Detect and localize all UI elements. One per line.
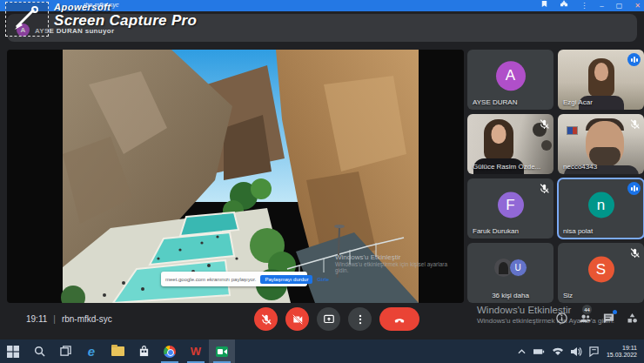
call-controls	[254, 307, 419, 331]
taskbar-date: 15.03.2022	[607, 352, 637, 359]
participants-panel-icon[interactable]: 44	[579, 312, 592, 325]
inner-watermark-line3: gidin.	[335, 267, 457, 273]
video-face	[491, 124, 506, 144]
apowersoft-watermark: Apowersoft Screen Capture Pro	[5, 2, 197, 37]
participant-name: AYSE DURAN	[473, 98, 517, 106]
meet-panel-icons: 44	[555, 312, 639, 325]
bookmark-icon[interactable]	[540, 0, 548, 11]
stop-sharing-button[interactable]: Paylaşmayı durdur	[260, 275, 312, 284]
meet-bottom-bar: 19:11 | rbn-mfkd-syc Windows'u Etkinleşt…	[0, 303, 644, 339]
participant-name: necco4343	[563, 163, 597, 171]
tray-chevron-icon[interactable]	[518, 349, 526, 354]
participant-name: Faruk Durukan	[473, 227, 519, 235]
activities-icon[interactable]	[626, 312, 639, 325]
participants-grid: A AYSE DURAN Ezgi Acar Gülüce Rasim Özde…	[467, 50, 644, 305]
video-decor	[567, 126, 578, 135]
scissors-pen-icon	[11, 6, 43, 34]
overflow-avatar-letter: U	[509, 259, 527, 277]
activate-windows-watermark-inner: Windows'u Etkinleştir Windows'u etkinleş…	[335, 253, 457, 273]
overflow-avatars: U	[494, 259, 527, 278]
avatar: S	[588, 256, 614, 282]
apowersoft-product: Screen Capture Pro	[54, 12, 197, 30]
video-face	[594, 63, 608, 81]
mic-off-icon	[629, 118, 641, 129]
participant-tile-gulce-rasim[interactable]: Gülüce Rasim Özde...	[467, 114, 553, 174]
participant-tile-self[interactable]: S Siz	[558, 243, 644, 303]
apowersoft-brand: Apowersoft	[54, 2, 197, 12]
taskbar-clock[interactable]: 19:11 15.03.2022	[607, 345, 637, 359]
participant-tile-ezgi-acar[interactable]: Ezgi Acar	[558, 50, 644, 110]
chrome-icon[interactable]	[157, 339, 183, 363]
participant-tile-faruk-durukan[interactable]: F Faruk Durukan	[467, 178, 553, 239]
chat-panel-icon[interactable]	[602, 312, 615, 325]
desktop-screen: rbn-mfkd-syc ⋮ – ▢ ✕ A AYSE DURAN sunuyo…	[0, 0, 644, 363]
mic-toggle-button[interactable]	[254, 307, 278, 331]
share-message: meet.google.com ekranınızı paylaşıyor.	[165, 277, 256, 282]
file-explorer-icon[interactable]	[104, 339, 131, 363]
browser-menu-icon[interactable]: ⋮	[580, 0, 587, 11]
clock-time: 19:11	[26, 314, 47, 324]
wps-office-icon[interactable]: W	[183, 339, 209, 363]
hide-link[interactable]: Gizle	[317, 277, 329, 282]
participant-name: Gülüce Rasim Özde...	[473, 163, 540, 171]
speaking-indicator-icon	[627, 182, 641, 195]
window-controls: ⋮ – ▢ ✕	[540, 0, 641, 11]
participant-tile-overflow[interactable]: U 36 kişi daha	[467, 243, 553, 303]
wifi-icon[interactable]	[553, 347, 563, 355]
chrome-share-notification: meet.google.com ekranınızı paylaşıyor. P…	[161, 272, 307, 286]
participant-name: Ezgi Acar	[563, 98, 593, 106]
edge-icon[interactable]: e	[78, 339, 104, 363]
mic-off-icon	[539, 182, 550, 193]
meeting-info: 19:11 | rbn-mfkd-syc	[26, 314, 112, 324]
minimize-button[interactable]: –	[600, 0, 603, 11]
video-decor	[541, 140, 552, 151]
participant-name: Siz	[563, 292, 573, 299]
taskbar-time: 19:11	[607, 345, 637, 352]
task-view-icon[interactable]	[52, 339, 78, 363]
mic-off-icon	[629, 246, 641, 258]
extensions-icon[interactable]	[560, 0, 568, 11]
system-tray: 19:11 15.03.2022	[518, 345, 644, 359]
start-button[interactable]	[0, 339, 26, 363]
camera-toggle-button[interactable]	[285, 307, 309, 331]
google-meet-icon[interactable]	[209, 339, 235, 363]
mic-off-icon	[539, 118, 550, 129]
volume-icon[interactable]	[571, 347, 581, 356]
action-center-icon[interactable]	[589, 346, 599, 356]
participant-count-badge: 44	[582, 305, 592, 314]
search-icon[interactable]	[26, 339, 52, 363]
windows-taskbar: e W 19:11 15.03.2022	[0, 339, 644, 363]
overflow-count-label: 36 kişi daha	[467, 292, 553, 299]
battery-icon[interactable]	[533, 348, 545, 355]
participant-tile-ayse-duran[interactable]: A AYSE DURAN	[467, 50, 553, 110]
close-button[interactable]: ✕	[634, 0, 641, 11]
participant-name: nisa polat	[563, 227, 593, 235]
meeting-code: rbn-mfkd-syc	[62, 314, 112, 324]
separator: |	[53, 314, 56, 324]
apowersoft-text-block: Apowersoft Screen Capture Pro	[54, 2, 197, 37]
more-options-button[interactable]	[348, 307, 372, 331]
participant-tile-nisa-polat[interactable]: n nisa polat	[558, 178, 644, 239]
present-button[interactable]	[317, 307, 340, 331]
maximize-button[interactable]: ▢	[616, 0, 623, 11]
meeting-details-icon[interactable]	[555, 312, 568, 325]
chat-notification-dot	[613, 310, 617, 314]
inner-watermark-line2: Windows'u etkinleştirmek için kişisel ay…	[335, 261, 457, 267]
end-call-button[interactable]	[379, 307, 419, 331]
avatar: A	[496, 61, 526, 91]
speaking-indicator-icon	[627, 53, 641, 66]
shared-screen-stage: Windows'u Etkinleştir Windows'u etkinleş…	[7, 50, 464, 303]
inner-watermark-title: Windows'u Etkinleştir	[335, 253, 457, 261]
avatar: F	[498, 192, 524, 218]
microsoft-store-icon[interactable]	[131, 339, 157, 363]
apowersoft-logo	[5, 2, 49, 37]
participant-tile-necco4343[interactable]: necco4343	[558, 114, 644, 174]
avatar: n	[588, 192, 614, 218]
